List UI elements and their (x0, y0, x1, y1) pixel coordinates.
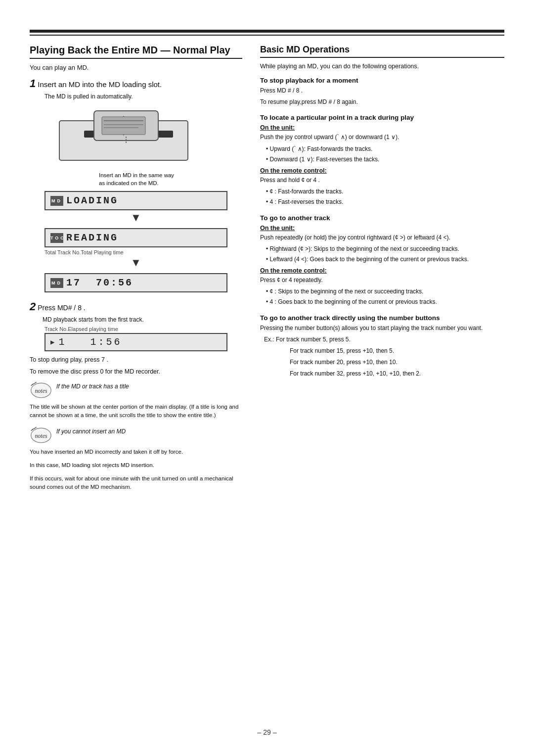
lcd-loading-text: LOADING (66, 195, 222, 206)
lcd-track-num: 17 70:56 (66, 277, 222, 288)
md-illustration: Insert an MD in the same way as indicate… (44, 106, 203, 187)
lcd-loading: MD LOADING (44, 191, 227, 210)
section2-remote-label: On the remote control: (260, 167, 504, 174)
elapsed-left: Track No. (44, 326, 68, 332)
left-column: Playing Back the Entire MD — Normal Play… (30, 45, 242, 497)
remove-text: To remove the disc press 0 for the MD re… (30, 368, 242, 375)
notes-block-1: notes If the MD or track has a title (30, 381, 242, 399)
elapsed-right: Elapsed playing time (68, 326, 118, 332)
top-border-thin (30, 35, 504, 36)
section3-unit-bullet2: Leftward (4 <): Goes back to the beginni… (266, 255, 504, 264)
track-label-right: Total Playing time (81, 249, 123, 255)
section2-remote-bullet1: ¢ : Fast-forwards the tracks. (266, 187, 504, 196)
section2-remote-text: Press and hold ¢ or 4 . (260, 176, 504, 185)
lcd-icon-md: MD (50, 196, 63, 206)
section2-unit-bullet1: Upward (` ∧): Fast-forwards the tracks. (266, 144, 504, 154)
play-icon: ▶ (50, 338, 56, 346)
right-section-title: Basic MD Operations (260, 45, 504, 58)
section3-remote-text: Press ¢ or 4 repeatedly. (260, 276, 504, 285)
section4-ex-label: Ex.: For track number 5, press 5. (264, 335, 504, 344)
section4-heading: To go to another track directly using th… (260, 314, 504, 322)
section3-remote-bullet1: ¢ : Skips to the beginning of the next o… (266, 287, 504, 296)
section4-ex-line2: For track number 20, press +10, then 10. (290, 358, 504, 367)
section2-unit-text: Push the joy control upward (` ∧) or dow… (260, 133, 504, 142)
section2-remote-bullets: ¢ : Fast-forwards the tracks. 4 : Fast-r… (260, 187, 504, 207)
section1-line1: Press MD # / 8 . (260, 86, 504, 95)
step1-caption1: The MD is pulled in automatically. (44, 93, 242, 100)
lcd-playing-num: 1 1:56 (58, 336, 122, 348)
section3-remote-bullet2: 4 : Goes back to the beginning of the cu… (266, 297, 504, 307)
step2-num: 2 (30, 300, 36, 313)
section3-unit-bullet1: Rightward (¢ >): Skips to the beginning … (266, 244, 504, 254)
lcd-reading-text: READING (66, 232, 222, 243)
step2-sub: MD playback starts from the first track. (43, 315, 242, 324)
section1-line2: To resume play,press MD # / 8 again. (260, 97, 504, 107)
stop-text: To stop during play, press 7 . (30, 356, 242, 363)
notes1-body: The title will be shown at the center po… (30, 403, 242, 420)
step2-heading: 2Press MD# / 8 . (30, 300, 242, 313)
section3-unit-label: On the unit: (260, 225, 504, 232)
notes-icon-2: notes (30, 426, 52, 444)
section4-ex-line3: For track number 32, press +10, +10, +10… (290, 369, 504, 378)
notes2-body1: You have inserted an MD incorrectly and … (30, 448, 242, 456)
svg-text:notes: notes (35, 432, 47, 439)
lcd-reading: TOC READING (44, 228, 227, 247)
md-disc-svg (54, 106, 193, 170)
lcd-icon-toc: TOC (50, 233, 63, 243)
section2-unit-bullets: Upward (` ∧): Fast-forwards the tracks. … (260, 144, 504, 164)
section4-ex-line1: For track number 15, press +10, then 5. (290, 346, 504, 356)
step2-text: Press MD# / 8 . (38, 304, 85, 312)
section3-heading: To go to another track (260, 214, 504, 222)
section4-body1: Pressing the number button(s) allows you… (260, 324, 504, 333)
arrow-down-1: ▼ (30, 211, 242, 224)
section2-unit-bullet2: Downward (1 ∨): Fast-reverses the tacks. (266, 155, 504, 164)
insert-caption: Insert an MD in the same way as indicate… (99, 171, 203, 187)
lcd-track-total: MD 17 70:56 (44, 273, 227, 292)
notes2-body2: In this case, MD loading slot rejects MD… (30, 461, 242, 470)
step1-num: 1 (30, 77, 36, 90)
notes2-body3: If this occurs, wait for about one minut… (30, 474, 242, 492)
section3-remote-label: On the remote control: (260, 267, 504, 274)
section3-remote-bullets: ¢ : Skips to the beginning of the next o… (260, 287, 504, 307)
section2-remote-bullet2: 4 : Fast-reverses the tracks. (266, 197, 504, 207)
track-label-left: Total Track No. (44, 249, 81, 255)
step1-text: Insert an MD into the MD loading slot. (38, 80, 162, 89)
elapsed-labels: Track No. Elapsed playing time (44, 326, 227, 332)
track-info-labels: Total Track No. Total Playing time (44, 249, 227, 255)
section2-heading: To locate a particular point in a track … (260, 114, 504, 121)
notes2-caption: If you cannot insert an MD (56, 426, 126, 435)
main-columns: Playing Back the Entire MD — Normal Play… (30, 45, 504, 497)
notes-block-2: notes If you cannot insert an MD (30, 426, 242, 444)
section1-heading: To stop playback for a moment (260, 77, 504, 84)
page-number: – 29 – (258, 728, 277, 736)
svg-text:notes: notes (35, 388, 47, 395)
right-intro: While playing an MD, you can do the foll… (260, 63, 504, 70)
left-intro: You can play an MD. (30, 64, 242, 71)
lcd-playing: ▶ 1 1:56 (44, 333, 227, 351)
lcd-icon-md2: MD (50, 278, 63, 288)
section3-unit-bullets: Rightward (¢ >): Skips to the beginning … (260, 244, 504, 264)
right-column: Basic MD Operations While playing an MD,… (260, 45, 504, 497)
section2-unit-label: On the unit: (260, 124, 504, 131)
notes1-caption: If the MD or track has a title (56, 381, 129, 390)
page-wrapper: Playing Back the Entire MD — Normal Play… (0, 0, 534, 756)
section3-unit-text: Push repeatedly (or hold) the joy contro… (260, 233, 504, 242)
left-section-title: Playing Back the Entire MD — Normal Play (30, 45, 242, 59)
step1-heading: 1Insert an MD into the MD loading slot. (30, 77, 242, 90)
notes-icon-1: notes (30, 381, 52, 399)
top-border (30, 30, 504, 33)
arrow-down-2: ▼ (30, 256, 242, 269)
svg-rect-5 (102, 117, 145, 135)
